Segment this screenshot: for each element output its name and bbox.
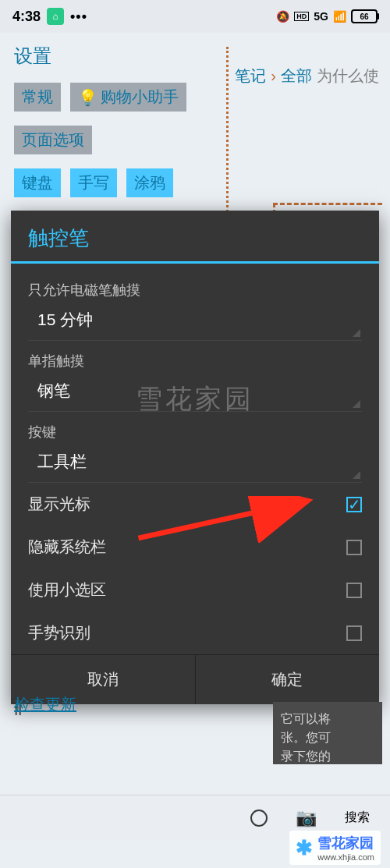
check-row-small-selection[interactable]: 使用小选区 [11, 569, 379, 611]
breadcrumb-current: 为什么使 [317, 66, 379, 87]
checkbox-gesture[interactable] [346, 625, 362, 641]
more-dots-icon: ••• [70, 9, 87, 25]
peek-panel: 它可以将 张。您可 录下您的 [273, 702, 382, 764]
stylus-dialog: 触控笔 只允许电磁笔触摸 15 分钟 单指触摸 钢笔 按键 工具栏 显示光标 ✓… [11, 211, 379, 704]
setting-label-button: 按键 [28, 418, 362, 445]
settings-page-bg: 设置 常规 💡购物小助手 页面选项 键盘 手写 涂鸦 [0, 33, 390, 222]
check-label: 手势识别 [28, 622, 90, 643]
tag-handwriting[interactable]: 手写 [70, 168, 117, 197]
status-bar: 4:38 ⌂ ••• 🔕 HD 5G 📶 66 [0, 0, 390, 33]
flower-icon: ✱ [296, 836, 313, 860]
network-icon: 5G [314, 10, 328, 23]
status-time: 4:38 [12, 9, 41, 25]
tag-shopping-assistant[interactable]: 💡购物小助手 [70, 83, 186, 112]
chevron-right-icon: › [271, 67, 276, 85]
setting-value-emr[interactable]: 15 分钟 [28, 303, 362, 340]
lightbulb-icon: 💡 [78, 88, 98, 107]
confirm-button[interactable]: 确定 [196, 655, 380, 704]
tag-keyboard[interactable]: 键盘 [14, 168, 61, 197]
check-row-gesture[interactable]: 手势识别 [11, 611, 379, 654]
check-row-hide-sysbar[interactable]: 隐藏系统栏 [11, 526, 379, 569]
mijia-icon: ⌂ [47, 8, 64, 25]
tag-general[interactable]: 常规 [14, 83, 61, 112]
breadcrumb[interactable]: 笔记 › 全部 为什么使 [235, 66, 379, 87]
checkbox-small-selection[interactable] [346, 583, 362, 598]
dialog-title: 触控笔 [11, 211, 379, 261]
setting-label-emr: 只允许电磁笔触摸 [28, 276, 362, 303]
search-button[interactable]: 搜索 [345, 810, 370, 826]
breadcrumb-notes[interactable]: 笔记 [235, 66, 266, 87]
setting-value-button[interactable]: 工具栏 [28, 445, 362, 482]
tag-page-options[interactable]: 页面选项 [14, 126, 92, 154]
check-label: 使用小选区 [28, 579, 106, 601]
watermark-brand: ✱ 雪花家园 www.xhjia.com [289, 831, 381, 865]
battery-icon: 66 [351, 9, 378, 23]
check-updates-link[interactable]: 检查更新 [14, 694, 76, 715]
camera-icon[interactable]: 📷 [296, 808, 317, 828]
hd-icon: HD [294, 12, 309, 21]
mute-icon: 🔕 [276, 10, 289, 23]
signal-icon: 📶 [333, 10, 346, 23]
check-label: 显示光标 [28, 494, 90, 515]
tag-doodle[interactable]: 涂鸦 [126, 168, 173, 197]
check-row-show-cursor[interactable]: 显示光标 ✓ [11, 483, 379, 526]
breadcrumb-all[interactable]: 全部 [281, 66, 312, 87]
setting-value-single-finger[interactable]: 钢笔 [28, 374, 362, 411]
checkbox-hide-sysbar[interactable] [346, 540, 362, 555]
checkbox-show-cursor[interactable]: ✓ [346, 497, 362, 512]
check-label: 隐藏系统栏 [28, 537, 106, 558]
setting-label-single-finger: 单指触摸 [28, 347, 362, 374]
circle-icon[interactable] [250, 810, 268, 827]
